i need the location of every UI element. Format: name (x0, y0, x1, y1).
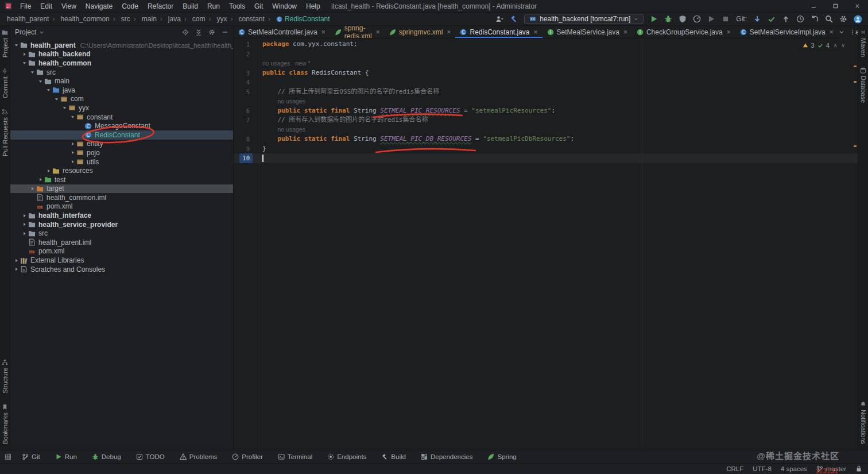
menu-help[interactable]: Help (301, 2, 325, 10)
tool-button-database[interactable]: Database (860, 67, 867, 103)
commit-check-icon[interactable] (768, 15, 776, 23)
build-hammer-icon[interactable] (510, 15, 518, 23)
tool-button-notifications[interactable]: Notifications (860, 401, 867, 444)
tab-springmvc-xml[interactable]: springmvc.xml× (385, 26, 456, 38)
chevron-closed-icon[interactable] (45, 167, 52, 175)
chevron-closed-icon[interactable] (21, 221, 28, 228)
tree-item-messageconstant[interactable]: CMessageConstant (10, 121, 233, 130)
tree-item-main[interactable]: main (10, 76, 233, 86)
tab-setmealserviceimpl-java[interactable]: CSetMealServiceImpl.java× (735, 26, 838, 38)
menu-view[interactable]: View (57, 2, 81, 10)
tree-item-pojo[interactable]: pojo (10, 148, 233, 157)
chevron-closed-icon[interactable] (29, 185, 36, 192)
inspections-widget[interactable]: 3 4 ∧ ∨ (803, 41, 845, 51)
hide-icon[interactable] (222, 29, 228, 36)
tool-window-button-todo[interactable]: TODO (136, 453, 165, 460)
close-tab-icon[interactable]: × (623, 29, 627, 36)
tool-window-button-spring[interactable]: Spring (487, 453, 516, 460)
tree-item-health-backend[interactable]: health_backend (10, 50, 233, 59)
history-icon[interactable] (796, 15, 804, 23)
tree-item-redisconstant[interactable]: CRedisConstant (10, 130, 233, 140)
close-tab-icon[interactable]: × (376, 29, 380, 36)
tool-button-commit[interactable]: Commit (2, 68, 9, 98)
status-crlf[interactable]: CRLF (726, 465, 743, 472)
chevron-closed-icon[interactable] (21, 51, 28, 58)
line-number[interactable]: 2 (234, 49, 259, 59)
tree-item-pom-xml[interactable]: mpom.xml (10, 202, 233, 211)
tree-item-test[interactable]: test (10, 175, 233, 184)
menu-code[interactable]: Code (117, 2, 143, 10)
tree-item-scratches-and-consoles[interactable]: Scratches and Consoles (10, 265, 233, 274)
tree-item-utils[interactable]: utils (10, 157, 233, 167)
line-number[interactable]: 6 (234, 106, 259, 116)
tree-item-constant[interactable]: constant (10, 113, 233, 122)
code-line-5[interactable]: 5 // 所有上传到阿里云OSS的图片的名字的redis集合名称 (234, 87, 858, 97)
tree-item-java[interactable]: java (10, 86, 233, 95)
inlay-row[interactable]: no usages (234, 97, 858, 106)
settings-icon[interactable] (208, 29, 215, 36)
line-number[interactable]: 4 (234, 78, 259, 87)
tool-window-button-debug[interactable]: Debug (92, 453, 121, 460)
menu-build[interactable]: Build (178, 2, 203, 10)
tab-redisconstant-java[interactable]: CRedisConstant.java× (455, 26, 542, 38)
menu-file[interactable]: File (16, 2, 36, 10)
close-tab-icon[interactable]: × (321, 29, 326, 36)
close-button[interactable] (846, 0, 868, 12)
chevron-open-icon[interactable] (37, 78, 44, 85)
tree-item-com[interactable]: com (10, 95, 233, 104)
tree-item-health-common[interactable]: health_common (10, 59, 233, 68)
status-utf-8[interactable]: UTF-8 (753, 465, 772, 472)
play-icon[interactable] (650, 15, 658, 23)
tab-checkgroupservice-java[interactable]: ICheckGroupService.java× (632, 26, 735, 38)
chevron-closed-icon[interactable] (13, 265, 20, 273)
profiler-icon[interactable] (693, 15, 701, 23)
tree-item-health-interface[interactable]: health_interface (10, 211, 233, 220)
arrow-down-icon[interactable] (753, 15, 761, 23)
chevron-closed-icon[interactable] (69, 158, 76, 165)
breadcrumb-item-java[interactable]: java (157, 15, 181, 23)
chevron-open-icon[interactable] (53, 95, 60, 103)
close-tab-icon[interactable]: × (447, 29, 451, 36)
chevron-open-icon[interactable] (13, 41, 20, 49)
menu-git[interactable]: Git (250, 2, 268, 10)
tab-setmealcontroller-java[interactable]: CSetMealController.java× (234, 26, 330, 38)
avatar-icon[interactable] (854, 15, 862, 24)
play-dim-icon[interactable] (707, 15, 715, 23)
tool-window-button-problems[interactable]: Problems (180, 453, 218, 460)
breadcrumb-item-constant[interactable]: constant (227, 15, 265, 23)
search-icon[interactable] (825, 15, 833, 23)
tool-button-pull-requests[interactable]: Pull Requests (2, 109, 9, 156)
run-configuration-select[interactable]: health_backend [tomcat7:run] (524, 14, 644, 24)
code-line-9[interactable]: 9} (234, 144, 858, 154)
code-line-1[interactable]: 1package com.yyx.constant; (234, 40, 858, 49)
line-number[interactable]: 8 (234, 134, 259, 144)
tool-window-button-dependencies[interactable]: Dependencies (421, 453, 473, 460)
close-tab-icon[interactable]: × (830, 29, 834, 36)
breadcrumb-item-yyx[interactable]: yyx (206, 15, 227, 23)
push-up-icon[interactable] (782, 15, 790, 23)
prev-problem-icon[interactable]: ∧ (834, 41, 838, 51)
settings-icon[interactable] (839, 15, 847, 23)
locate-icon[interactable] (182, 29, 189, 36)
tree-item-entity[interactable]: entity (10, 140, 233, 149)
collapse-all-icon[interactable] (195, 29, 202, 36)
breadcrumb-item-health-parent[interactable]: health_parent (7, 15, 49, 23)
maximize-button[interactable] (824, 0, 846, 12)
project-panel-title[interactable]: Project (15, 28, 36, 36)
tree-item-health-parent[interactable]: health_parentC:\Users\Administrator\Desk… (10, 41, 233, 50)
chevron-down-icon[interactable] (839, 29, 844, 35)
tree-item-external-libraries[interactable]: External Libraries (10, 256, 233, 265)
chevron-open-icon[interactable] (21, 59, 28, 67)
close-tab-icon[interactable]: × (534, 29, 538, 36)
tree-item-yyx[interactable]: yyx (10, 103, 233, 113)
line-number[interactable]: 7 (234, 115, 259, 125)
tool-window-button-endpoints[interactable]: Endpoints (327, 453, 366, 460)
code-line-2[interactable]: 2 (234, 49, 858, 59)
code-line-7[interactable]: 7 // 所有存入到数据库的图片的名字的redis集合名称 (234, 115, 858, 125)
line-number[interactable]: 5 (234, 87, 259, 97)
coverage-icon[interactable] (679, 15, 687, 23)
code-line-3[interactable]: 3public class RedisConstant { (234, 68, 858, 78)
chevron-closed-icon[interactable] (21, 230, 28, 237)
chevron-closed-icon[interactable] (21, 212, 28, 219)
line-number[interactable]: 9 (234, 144, 259, 154)
